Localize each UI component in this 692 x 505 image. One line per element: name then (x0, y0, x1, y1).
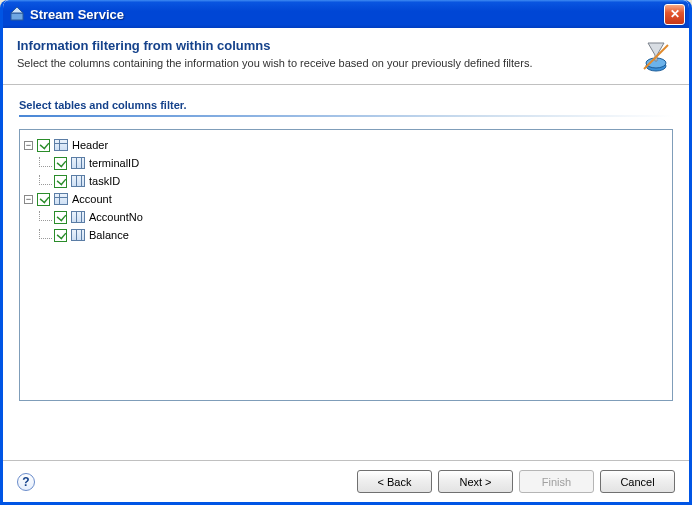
dialog-window: Stream Service ✕ Information filtering f… (0, 0, 692, 505)
tree-children: terminalID taskID (33, 154, 668, 190)
wizard-header: Information filtering from within column… (3, 28, 689, 85)
finish-button: Finish (519, 470, 594, 493)
help-icon: ? (22, 475, 29, 489)
tree-node-label: AccountNo (89, 211, 143, 223)
wizard-content: Select tables and columns filter. − Head… (3, 85, 689, 460)
close-icon: ✕ (670, 7, 680, 21)
tree-node-column[interactable]: Balance (52, 226, 668, 244)
checkbox[interactable] (54, 229, 67, 242)
column-icon (71, 175, 85, 187)
cancel-button[interactable]: Cancel (600, 470, 675, 493)
wizard-footer: ? < Back Next > Finish Cancel (3, 460, 689, 502)
page-subtitle: Select the columns containing the inform… (17, 57, 637, 69)
help-button[interactable]: ? (17, 473, 35, 491)
tree-node-column[interactable]: AccountNo (52, 208, 668, 226)
close-button[interactable]: ✕ (664, 4, 685, 25)
tree-node-label: Header (72, 139, 108, 151)
funnel-icon (637, 38, 675, 76)
expander-icon[interactable]: − (24, 141, 33, 150)
window-title: Stream Service (30, 7, 664, 22)
tree-view[interactable]: − Header terminalID taskID (19, 129, 673, 401)
tree-children: AccountNo Balance (33, 208, 668, 244)
table-icon (54, 193, 68, 205)
svg-marker-1 (11, 7, 23, 13)
section-divider (19, 115, 673, 117)
tree-node-table[interactable]: − Account (24, 190, 668, 208)
tree-root: − Header terminalID taskID (24, 136, 668, 244)
tree-node-label: terminalID (89, 157, 139, 169)
wizard-header-text: Information filtering from within column… (17, 38, 637, 69)
column-icon (71, 229, 85, 241)
app-icon (9, 6, 25, 22)
section-label: Select tables and columns filter. (19, 99, 673, 111)
tree-node-label: Balance (89, 229, 129, 241)
tree-node-column[interactable]: taskID (52, 172, 668, 190)
svg-rect-0 (11, 13, 23, 20)
back-button[interactable]: < Back (357, 470, 432, 493)
page-title: Information filtering from within column… (17, 38, 637, 53)
tree-node-column[interactable]: terminalID (52, 154, 668, 172)
checkbox[interactable] (37, 193, 50, 206)
tree-node-label: taskID (89, 175, 120, 187)
table-icon (54, 139, 68, 151)
tree-node-label: Account (72, 193, 112, 205)
checkbox[interactable] (54, 157, 67, 170)
expander-icon[interactable]: − (24, 195, 33, 204)
checkbox[interactable] (54, 175, 67, 188)
tree-node-table[interactable]: − Header (24, 136, 668, 154)
next-button[interactable]: Next > (438, 470, 513, 493)
column-icon (71, 157, 85, 169)
column-icon (71, 211, 85, 223)
title-bar: Stream Service ✕ (3, 0, 689, 28)
checkbox[interactable] (54, 211, 67, 224)
checkbox[interactable] (37, 139, 50, 152)
